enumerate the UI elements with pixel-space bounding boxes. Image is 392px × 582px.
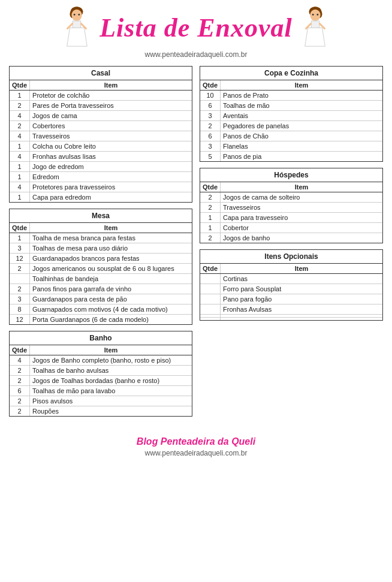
table-row: 1Cobertor	[200, 223, 382, 233]
item-cell: Guardanapados brancos para festas	[30, 254, 192, 264]
qty-cell: 1	[10, 162, 30, 172]
item-cell: Toalhas de mão	[221, 101, 382, 111]
copa-table: Qtde Item 10Panos de Prato6Toalhas de mã…	[200, 80, 382, 161]
opcionais-table: Qtde Item CortinasForro para SousplatPan…	[200, 264, 382, 320]
table-row: Forro para Sousplat	[200, 284, 382, 294]
left-column: Casal Qtde Item 1Protetor de colchão2Par…	[9, 66, 192, 423]
qty-cell: 3	[10, 294, 30, 304]
item-cell: Porta Guardanapos (6 de cada modelo)	[30, 315, 192, 325]
item-cell: Edredom	[30, 172, 192, 182]
table-row: 1Capa para edredom	[10, 192, 192, 203]
table-row: 2Toalhas de banho avulsas	[10, 366, 192, 376]
bride-right-icon	[298, 6, 331, 49]
qty-cell	[200, 284, 221, 294]
footer: Blog Penteadeira da Queli www.penteadeir…	[9, 432, 383, 457]
item-cell: Jogos de cama de solteiro	[221, 192, 382, 203]
section-casal: Casal Qtde Item 1Protetor de colchão2Par…	[9, 66, 192, 203]
qty-cell: 12	[10, 254, 30, 264]
qty-cell: 3	[10, 243, 30, 254]
item-cell: Jogos de cama	[30, 111, 192, 121]
svg-marker-6	[67, 28, 88, 46]
item-cell: Aventais	[221, 111, 382, 121]
svg-rect-5	[73, 21, 81, 28]
section-hospedes: Hóspedes Qtde Item 2Jogos de cama de sol…	[200, 168, 383, 243]
header-title-text: Lista de Enxoval	[99, 13, 293, 43]
footer-title: Blog Penteadeira da Queli	[9, 436, 383, 447]
item-cell: Jogos de Toalhas bordadas (banho e rosto…	[30, 376, 192, 386]
opcionais-title: Itens Opcionais	[200, 250, 382, 264]
table-row: 2Jogos americanos ou sousplat de 6 ou 8 …	[10, 264, 192, 274]
item-cell: Jogo de edredom	[30, 162, 192, 172]
item-cell: Capa para travesseiro	[221, 213, 382, 223]
copa-item-header: Item	[221, 80, 382, 91]
table-row: 2Pares de Porta travesseiros	[10, 101, 192, 111]
qty-cell	[10, 274, 30, 284]
table-row: 6Toalhas de mão para lavabo	[10, 386, 192, 396]
mesa-qty-header: Qtde	[10, 223, 30, 233]
item-cell: Pano para fogão	[221, 294, 382, 304]
qty-cell: 6	[10, 386, 30, 396]
qty-cell: 2	[200, 121, 221, 131]
qty-cell: 2	[200, 233, 221, 243]
right-column: Copa e Cozinha Qtde Item 10Panos de Prat…	[200, 66, 383, 423]
qty-cell: 12	[10, 315, 30, 325]
qty-cell: 1	[10, 172, 30, 182]
item-cell	[221, 318, 382, 321]
table-row: 6Panos de Chão	[200, 131, 382, 141]
qty-cell: 1	[10, 192, 30, 203]
qty-cell: 2	[10, 284, 30, 294]
table-row: 1Protetor de colchão	[10, 91, 192, 101]
section-opcionais: Itens Opcionais Qtde Item CortinasForro …	[200, 249, 383, 321]
table-row: 8Guarnapados com motivos (4 de cada moti…	[10, 304, 192, 315]
opcionais-item-header: Item	[221, 264, 382, 274]
main-content: Casal Qtde Item 1Protetor de colchão2Par…	[9, 66, 383, 423]
hospedes-qty-header: Qtde	[200, 182, 221, 192]
table-row: 3Toalhas de mesa para uso diário	[10, 243, 192, 254]
qty-cell: 4	[10, 131, 30, 141]
item-cell: Colcha ou Cobre leito	[30, 141, 192, 152]
item-cell: Forro para Sousplat	[221, 284, 382, 294]
qty-cell: 10	[200, 91, 221, 101]
qty-cell: 2	[200, 203, 221, 213]
qty-cell	[200, 274, 221, 284]
table-row: 3Guardanapos para cesta de pão	[10, 294, 192, 304]
table-row: 3Aventais	[200, 111, 382, 121]
qty-cell: 1	[10, 141, 30, 152]
qty-cell: 1	[10, 91, 30, 101]
mesa-table: Qtde Item 1Toalha de mesa branca para fe…	[10, 223, 192, 324]
item-cell: Roupões	[30, 406, 192, 417]
item-cell: Cobertores	[30, 121, 192, 131]
item-cell: Panos de Chão	[221, 131, 382, 141]
item-cell: Toalhas de mão para lavabo	[30, 386, 192, 396]
table-row: 3Flanelas	[200, 141, 382, 152]
item-cell: Fronhas Avulsas	[221, 304, 382, 315]
item-cell: Toalhas de mesa para uso diário	[30, 243, 192, 254]
table-row: 2Travesseiros	[200, 203, 382, 213]
qty-cell: 6	[200, 131, 221, 141]
qty-cell: 2	[10, 396, 30, 406]
table-row: 6Toalhas de mão	[200, 101, 382, 111]
table-row	[200, 318, 382, 321]
mesa-title: Mesa	[10, 209, 192, 223]
item-cell: Protetor de colchão	[30, 91, 192, 101]
item-cell: Toalhinhas de bandeja	[30, 274, 192, 284]
table-row: 12Guardanapados brancos para festas	[10, 254, 192, 264]
table-row: 2Pegadores de panelas	[200, 121, 382, 131]
table-row: 4Fronhas avulsas lisas	[10, 152, 192, 162]
qty-cell: 2	[10, 406, 30, 417]
table-row: 2Panos finos para garrafa de vinho	[10, 284, 192, 294]
section-mesa: Mesa Qtde Item 1Toalha de mesa branca pa…	[9, 209, 192, 325]
qty-cell: 2	[10, 121, 30, 131]
qty-cell: 5	[200, 152, 221, 162]
qty-cell	[200, 304, 221, 315]
table-row: Toalhinhas de bandeja	[10, 274, 192, 284]
item-cell: Guarnapados com motivos (4 de cada motiv…	[30, 304, 192, 315]
qty-cell: 4	[10, 152, 30, 162]
qty-cell: 2	[10, 366, 30, 376]
copa-qty-header: Qtde	[200, 80, 221, 91]
hospedes-title: Hóspedes	[200, 168, 382, 182]
item-cell: Protetores para travesseiros	[30, 182, 192, 192]
table-row: 2Roupões	[10, 406, 192, 417]
qty-cell: 1	[10, 233, 30, 243]
item-cell: Pegadores de panelas	[221, 121, 382, 131]
